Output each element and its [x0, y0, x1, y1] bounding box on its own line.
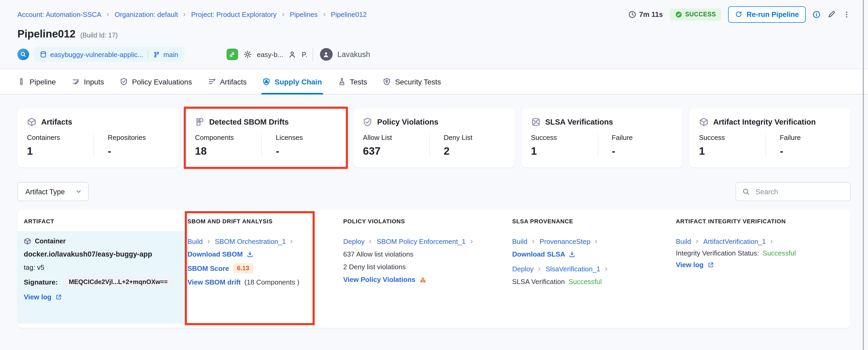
tab-artifacts[interactable]: Artifacts	[208, 69, 247, 94]
sbom-score-badge: 6.13	[233, 263, 254, 274]
execution-tabs: Pipeline Inputs Policy Evaluations Artif…	[0, 69, 868, 95]
shield-check-icon	[363, 117, 372, 127]
chevron-right-icon	[182, 12, 187, 17]
tab-supply-chain[interactable]: Supply Chain	[262, 69, 322, 94]
tab-pipeline[interactable]: Pipeline	[18, 69, 56, 94]
info-icon[interactable]	[812, 10, 820, 18]
rerun-label: Re-run Pipeline	[747, 10, 799, 18]
stage-link[interactable]: Deploy	[343, 237, 365, 246]
artifact-name: docker.io/lavakush07/easy-buggy-app	[24, 250, 180, 258]
stat-value: 1	[27, 145, 93, 157]
download-icon	[569, 251, 576, 258]
sbom-document-icon	[195, 117, 204, 127]
execution-duration: 7m 11s	[628, 10, 663, 18]
chevron-right-icon	[281, 12, 286, 17]
step-link[interactable]: ProvenanceStep	[539, 237, 590, 246]
download-slsa-link[interactable]: Download SLSA	[512, 250, 576, 258]
branch-link[interactable]: main	[153, 51, 178, 58]
card-sbom-drifts: Detected SBOM Drifts Components18 Licens…	[185, 108, 346, 167]
card-title: Artifacts	[41, 118, 72, 126]
column-header-sbom: SBOM AND DRIFT ANALYSIS	[185, 218, 341, 224]
repository-icon	[40, 51, 47, 58]
stat-label: Success	[531, 133, 597, 141]
breadcrumb-pipelines[interactable]: Pipelines	[290, 10, 318, 18]
sbom-score-link[interactable]: SBOM Score	[187, 264, 229, 272]
tab-inputs[interactable]: Inputs	[72, 69, 104, 94]
stage-link[interactable]: Deploy	[512, 265, 533, 273]
view-log-link[interactable]: View log	[676, 261, 714, 269]
chevron-right-icon	[289, 239, 294, 244]
stat-value: -	[780, 145, 841, 157]
step-link[interactable]: SlsaVerification_1	[546, 265, 600, 273]
tab-policy-evaluations[interactable]: Policy Evaluations	[120, 69, 192, 94]
deny-list-violations: 2 Deny list violations	[343, 263, 406, 271]
stage-link[interactable]: Build	[512, 237, 527, 246]
gear-icon	[243, 50, 252, 59]
chevron-right-icon	[105, 12, 110, 17]
tab-label: Supply Chain	[275, 77, 322, 86]
stat-label: Success	[699, 133, 766, 141]
breadcrumb-current[interactable]: Pipeline012	[331, 10, 367, 18]
external-link-icon	[707, 262, 714, 268]
stat-value: -	[108, 145, 169, 157]
breadcrumb-project[interactable]: Project: Product Exploratory	[191, 10, 277, 18]
stat-value: 1	[699, 145, 766, 157]
supply-chain-icon	[262, 77, 270, 86]
step-link[interactable]: SBOM Orchestration_1	[215, 237, 286, 246]
slsa-icon	[531, 117, 540, 127]
slsa-cell: Build ProvenanceStep Download SLSA Deplo…	[509, 231, 673, 324]
stat-value: -	[276, 145, 337, 157]
view-log-link[interactable]: View log	[24, 293, 62, 301]
chevron-right-icon	[537, 266, 542, 271]
refresh-icon	[735, 10, 742, 18]
meta-divider	[313, 47, 313, 61]
tab-label: Inputs	[84, 77, 104, 86]
container-icon	[24, 237, 31, 245]
summary-cards: Artifacts Containers1 Repositories- Dete…	[18, 108, 850, 167]
execution-actions: 7m 11s SUCCESS Re-run Pipeline	[628, 6, 850, 23]
tab-tests[interactable]: Tests	[338, 69, 367, 94]
download-icon	[246, 251, 253, 258]
breadcrumb-account[interactable]: Account: Automation-SSCA	[18, 10, 101, 18]
view-sbom-drift-link[interactable]: View SBOM drift	[187, 278, 241, 286]
rerun-pipeline-button[interactable]: Re-run Pipeline	[728, 6, 806, 23]
edit-pencil-icon[interactable]	[827, 10, 836, 19]
view-policy-violations-link[interactable]: View Policy Violations	[343, 276, 415, 284]
artifact-type-dropdown[interactable]: Artifact Type	[18, 182, 89, 201]
stat-label: Licenses	[276, 133, 337, 141]
chevron-right-icon	[594, 239, 599, 244]
stat-label: Deny List	[444, 133, 505, 141]
stat-value: 18	[195, 145, 261, 157]
stage-link[interactable]: Build	[187, 237, 203, 246]
download-slsa-label: Download SLSA	[512, 250, 565, 258]
chevron-right-icon	[322, 12, 327, 17]
card-policy-violations: Policy Violations Allow List637 Deny Lis…	[353, 108, 515, 167]
pipeline-icon	[18, 77, 25, 86]
tab-security-tests[interactable]: Security Tests	[383, 69, 441, 94]
warning-triangle-icon	[419, 276, 427, 283]
step-link[interactable]: ArtifactVerification_1	[703, 237, 766, 246]
repo-link[interactable]: easybuggy-vulnerable-applic...	[40, 51, 143, 58]
pipeline-execution-page: Account: Automation-SSCA Organization: d…	[0, 0, 868, 350]
artifact-type-label: Artifact Type	[25, 188, 65, 196]
stat-value: -	[612, 145, 673, 157]
stat-value: 1	[531, 145, 597, 157]
column-header-integrity: ARTIFACT INTEGRITY VERIFICATION	[673, 218, 850, 224]
card-slsa-verifications: SLSA Verifications Success1 Failure-	[521, 108, 682, 167]
title-row: Pipeline012 (Build Id: 17)	[0, 23, 868, 40]
stat-label: Failure	[780, 133, 841, 141]
download-sbom-link[interactable]: Download SBOM	[187, 250, 253, 258]
table-header-row: ARTIFACT SBOM AND DRIFT ANALYSIS POLICY …	[18, 210, 850, 224]
breadcrumb-organization[interactable]: Organization: default	[115, 10, 178, 18]
column-header-policy: POLICY VIOLATIONS	[341, 218, 509, 224]
allow-list-violations: 637 Allow list violations	[343, 250, 413, 258]
stage-link[interactable]: Build	[676, 237, 691, 246]
trigger-user: P.	[302, 51, 307, 58]
scrollbar[interactable]	[863, 0, 864, 350]
step-link[interactable]: SBOM Policy Enforcement_1	[377, 237, 466, 246]
avatar	[320, 48, 333, 61]
kebab-menu-icon[interactable]	[843, 10, 850, 18]
webhook-link-icon	[226, 49, 238, 60]
external-link-icon	[55, 294, 62, 300]
search-input[interactable]	[754, 187, 844, 196]
